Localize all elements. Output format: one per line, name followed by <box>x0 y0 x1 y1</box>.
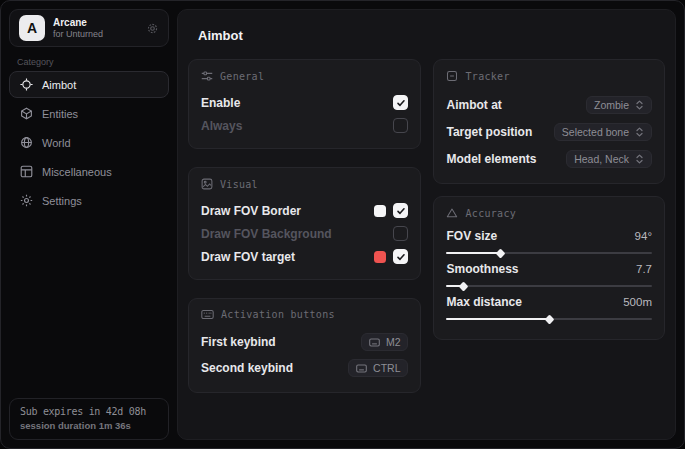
setting-row-fov-target: Draw FOV target <box>201 246 408 267</box>
setting-label: Aimbot at <box>446 98 501 112</box>
chevrons-up-down-icon <box>635 100 644 110</box>
dropdown-value: Selected bone <box>562 126 629 138</box>
sidebar-nav: Aimbot Entities World <box>9 71 169 214</box>
sidebar-item-entities[interactable]: Entities <box>9 100 169 127</box>
sub-expiry-text: Sub expires in 42d 08h <box>20 406 158 417</box>
panel-title: Tracker <box>465 71 509 82</box>
sidebar-item-label: Entities <box>42 108 78 120</box>
setting-label: Max distance <box>446 295 521 309</box>
panel-title: Activation buttons <box>221 309 335 320</box>
setting-label: Target position <box>446 125 532 139</box>
sidebar: A Arcane for Unturned Category A <box>1 1 177 448</box>
setting-row-aimbot-at: Aimbot at Zombie <box>446 92 652 117</box>
setting-label: Draw FOV target <box>201 250 295 264</box>
dropdown-value: Head, Neck <box>574 153 629 165</box>
setting-label: First keybind <box>201 335 276 349</box>
app-name: Arcane <box>53 17 138 29</box>
sidebar-item-label: Aimbot <box>42 79 76 91</box>
setting-label: Smoothness <box>446 262 518 276</box>
max-distance-value: 500m <box>623 296 652 308</box>
aimbot-at-dropdown[interactable]: Zombie <box>586 96 652 114</box>
setting-row-first-keybind: First keybind M2 <box>201 330 408 354</box>
slider-thumb[interactable] <box>545 314 555 324</box>
panel-tracker: Tracker Aimbot at Zombie Target position <box>433 59 665 184</box>
image-icon <box>201 178 213 190</box>
panel-general: General Enable Always <box>188 59 421 149</box>
sidebar-item-label: World <box>42 137 71 149</box>
enable-checkbox[interactable] <box>393 95 408 110</box>
setting-row-always: Always <box>201 115 408 136</box>
sidebar-item-aimbot[interactable]: Aimbot <box>9 71 169 98</box>
sidebar-item-world[interactable]: World <box>9 129 169 156</box>
subscription-info: Sub expires in 42d 08h session duration … <box>9 398 169 440</box>
keyboard-icon <box>356 364 367 373</box>
sliders-icon <box>201 70 213 82</box>
second-keybind-button[interactable]: CTRL <box>348 359 408 377</box>
setting-row-fov-border: Draw FOV Border <box>201 200 408 221</box>
app-subtitle: for Unturned <box>53 29 138 39</box>
panel-title: Accuracy <box>465 208 516 219</box>
panel-title: Visual <box>220 179 258 190</box>
setting-label: Always <box>201 119 242 133</box>
sidebar-item-label: Miscellaneous <box>42 166 112 178</box>
setting-row-smoothness: Smoothness 7.7 <box>446 262 652 287</box>
first-keybind-button[interactable]: M2 <box>361 333 409 351</box>
smoothness-slider[interactable] <box>446 285 652 287</box>
dropdown-value: Zombie <box>594 99 629 111</box>
fov-size-value: 94° <box>635 230 652 242</box>
chevrons-up-down-icon <box>635 154 644 164</box>
panel-title: General <box>220 71 264 82</box>
slider-thumb[interactable] <box>458 281 468 291</box>
setting-label: Model elements <box>446 152 536 166</box>
fov-border-checkbox[interactable] <box>393 203 408 218</box>
keyboard-icon <box>201 309 214 320</box>
session-duration-text: session duration 1m 36s <box>20 420 158 431</box>
keyboard-icon <box>369 338 380 347</box>
sidebar-item-miscellaneous[interactable]: Miscellaneous <box>9 158 169 185</box>
app-window: A Arcane for Unturned Category A <box>0 0 685 449</box>
setting-row-target-position: Target position Selected bone <box>446 119 652 144</box>
target-position-dropdown[interactable]: Selected bone <box>554 123 652 141</box>
app-logo: A <box>19 15 45 41</box>
panel-accuracy: Accuracy FOV size 94° <box>433 196 665 340</box>
slider-thumb[interactable] <box>495 248 505 258</box>
smoothness-value: 7.7 <box>636 263 652 275</box>
settings-gear-icon[interactable] <box>146 22 159 35</box>
keybind-value: CTRL <box>373 362 400 374</box>
setting-label: FOV size <box>446 229 497 243</box>
fov-target-checkbox[interactable] <box>393 249 408 264</box>
globe-icon <box>20 136 33 149</box>
setting-label: Draw FOV Background <box>201 227 332 241</box>
setting-row-max-distance: Max distance 500m <box>446 295 652 320</box>
always-checkbox[interactable] <box>393 118 408 133</box>
color-swatch[interactable] <box>374 251 386 263</box>
panel-activation-buttons: Activation buttons First keybind M2 Seco… <box>188 298 421 393</box>
sidebar-item-settings[interactable]: Settings <box>9 187 169 214</box>
setting-row-fov-size: FOV size 94° <box>446 229 652 254</box>
triangle-icon <box>446 207 458 219</box>
setting-label: Draw FOV Border <box>201 204 301 218</box>
layout-icon <box>20 165 33 178</box>
main-content: Aimbot General <box>177 9 676 440</box>
setting-row-model-elements: Model elements Head, Neck <box>446 146 652 171</box>
gear-icon <box>20 194 33 207</box>
model-elements-dropdown[interactable]: Head, Neck <box>566 150 652 168</box>
setting-row-second-keybind: Second keybind CTRL <box>201 356 408 380</box>
panel-visual: Visual Draw FOV Border Draw FOV Backgrou… <box>188 167 421 280</box>
max-distance-slider[interactable] <box>446 318 652 320</box>
color-swatch[interactable] <box>374 205 386 217</box>
setting-label: Enable <box>201 96 240 110</box>
keybind-value: M2 <box>386 336 401 348</box>
cube-icon <box>20 107 33 120</box>
chevrons-up-down-icon <box>635 127 644 137</box>
scan-icon <box>446 70 458 82</box>
fov-size-slider[interactable] <box>446 252 652 254</box>
sidebar-item-label: Settings <box>42 195 82 207</box>
crosshair-icon <box>20 78 33 91</box>
fov-background-checkbox[interactable] <box>393 226 408 241</box>
setting-label: Second keybind <box>201 361 293 375</box>
setting-row-enable: Enable <box>201 92 408 113</box>
page-title: Aimbot <box>198 28 665 43</box>
category-label: Category <box>17 57 177 67</box>
sidebar-header: A Arcane for Unturned <box>9 9 169 47</box>
